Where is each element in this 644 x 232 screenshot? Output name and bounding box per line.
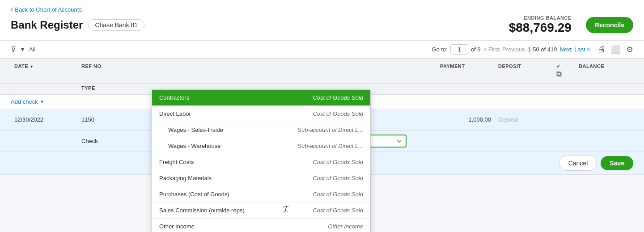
- pagination: Go to: of 9 < First Previous 1-50 of 419…: [432, 44, 590, 55]
- cell-deposit-bottom: [495, 138, 553, 145]
- dropdown-item-name: Wages - Sales-Inside: [159, 127, 223, 133]
- dropdown-item-name: Wages - Warehouse: [159, 143, 221, 149]
- subheader-payment: [436, 84, 495, 94]
- subheader-check: [553, 84, 575, 94]
- subheader-deposit: [495, 84, 553, 94]
- toolbar: ⊽ ▼ All Go to: of 9 < First Previous 1-5…: [0, 41, 644, 59]
- settings-icon[interactable]: ⚙: [626, 45, 633, 55]
- dropdown-item[interactable]: Freight CostsCost of Goods Sold: [152, 154, 370, 170]
- dropdown-item[interactable]: Purchases (Cost of Goods)Cost of Goods S…: [152, 186, 370, 202]
- cell-payment-bottom: [436, 138, 495, 145]
- filter-label: All: [29, 46, 35, 53]
- dropdown-item[interactable]: Wages - Sales-InsideSub-account of Direc…: [152, 122, 370, 138]
- ending-balance-amount: $88,769.29: [509, 21, 572, 35]
- cell-balance: [575, 116, 633, 123]
- export-icon[interactable]: ⬜: [611, 45, 621, 55]
- dropdown-item-category: Other Income: [328, 223, 363, 230]
- account-badge[interactable]: Chase Bank 81: [88, 19, 144, 31]
- col-spacer: [167, 59, 436, 83]
- dropdown-item[interactable]: Direct LaborCost of Goods Sold: [152, 106, 370, 122]
- header: Back to Chart of Accounts Bank Register …: [0, 0, 644, 41]
- dropdown-item[interactable]: Other IncomeOther Income: [152, 219, 370, 232]
- cell-date-bottom: [11, 138, 78, 145]
- cell-date: 12/30/2022: [11, 113, 78, 127]
- check-mark-header: ✓: [556, 63, 561, 69]
- page-input[interactable]: [450, 44, 468, 55]
- dropdown-item-category: Cost of Goods Sold: [313, 110, 363, 117]
- go-to-label: Go to:: [432, 46, 448, 53]
- dropdown-item-name: Other Income: [159, 223, 195, 230]
- cell-balance-bottom: [575, 138, 633, 145]
- dropdown-item-category: Cost of Goods Sold: [313, 159, 363, 165]
- last-link[interactable]: Last >: [574, 46, 590, 53]
- dropdown-item[interactable]: Sales Commission (outside reps)Cost of G…: [152, 202, 370, 219]
- cancel-button[interactable]: Cancel: [559, 156, 597, 171]
- subheader-date: [11, 84, 78, 94]
- previous-link[interactable]: Previous: [502, 46, 525, 53]
- col-ref: REF NO.: [78, 59, 167, 83]
- table-header: DATE REF NO. PAYMENT DEPOSIT ✓ ⧉ BALANCE: [0, 59, 644, 84]
- check-col-bottom: [553, 138, 575, 145]
- filter-dropdown[interactable]: ▼: [20, 46, 25, 53]
- dropdown-item-category: Sub-account of Direct L...: [297, 127, 363, 133]
- add-check-button[interactable]: Add check: [11, 98, 44, 105]
- page-title: Bank Register: [11, 19, 83, 31]
- toolbar-left: ⊽ ▼ All: [11, 45, 35, 54]
- col-deposit: DEPOSIT: [495, 59, 553, 83]
- next-link[interactable]: Next: [559, 46, 572, 53]
- col-payment: PAYMENT: [436, 59, 495, 83]
- first-link[interactable]: < First: [483, 46, 500, 53]
- cell-deposit: Deposit: [495, 113, 553, 127]
- total-pages: of 9: [471, 46, 481, 53]
- col-balance: BALANCE: [575, 59, 633, 83]
- toolbar-icons: 🖨 ⬜ ⚙: [597, 45, 633, 55]
- dropdown-item[interactable]: Packaging MaterialsCost of Goods Sold: [152, 170, 370, 186]
- dropdown-item-name: Freight Costs: [159, 159, 194, 165]
- ending-balance-label: ENDING BALANCE: [509, 15, 572, 21]
- dropdown-item[interactable]: ContractorsCost of Goods Sold: [152, 90, 370, 106]
- dropdown-item-name: Packaging Materials: [159, 175, 212, 181]
- dropdown-item-category: Sub-account of Direct L...: [297, 143, 363, 149]
- dropdown-item-name: Contractors: [159, 94, 189, 101]
- dropdown-item-category: Cost of Goods Sold: [313, 94, 363, 101]
- dropdown-item-category: Cost of Goods Sold: [313, 207, 363, 214]
- ending-balance-section: ENDING BALANCE $88,769.29: [509, 15, 572, 35]
- check-col: [553, 116, 575, 123]
- dropdown-item-category: Cost of Goods Sold: [313, 175, 363, 181]
- filter-icon[interactable]: ⊽: [11, 45, 16, 54]
- reconcile-button[interactable]: Reconcile: [586, 17, 633, 33]
- range-label: 1-50 of 419: [528, 46, 557, 53]
- copy-icon-header[interactable]: ⧉: [556, 70, 562, 78]
- dropdown-item-name: Purchases (Cost of Goods): [159, 191, 229, 198]
- dropdown-item-category: Cost of Goods Sold: [313, 191, 363, 198]
- col-date[interactable]: DATE: [11, 59, 78, 83]
- dropdown-item-name: Sales Commission (outside reps): [159, 207, 245, 214]
- header-left: Bank Register Chase Bank 81: [11, 19, 144, 31]
- page-wrapper: Back to Chart of Accounts Bank Register …: [0, 0, 644, 232]
- cell-payment: 1,000.00: [436, 113, 495, 127]
- subheader-balance: [575, 84, 633, 94]
- back-to-chart-link[interactable]: Back to Chart of Accounts: [11, 5, 633, 13]
- col-check: ✓ ⧉: [553, 59, 575, 83]
- account-dropdown: ContractorsCost of Goods SoldDirect Labo…: [152, 89, 371, 232]
- save-button[interactable]: Save: [601, 156, 633, 170]
- dropdown-item[interactable]: Wages - WarehouseSub-account of Direct L…: [152, 138, 370, 154]
- dropdown-item-name: Direct Labor: [159, 110, 191, 117]
- print-icon[interactable]: 🖨: [597, 45, 606, 54]
